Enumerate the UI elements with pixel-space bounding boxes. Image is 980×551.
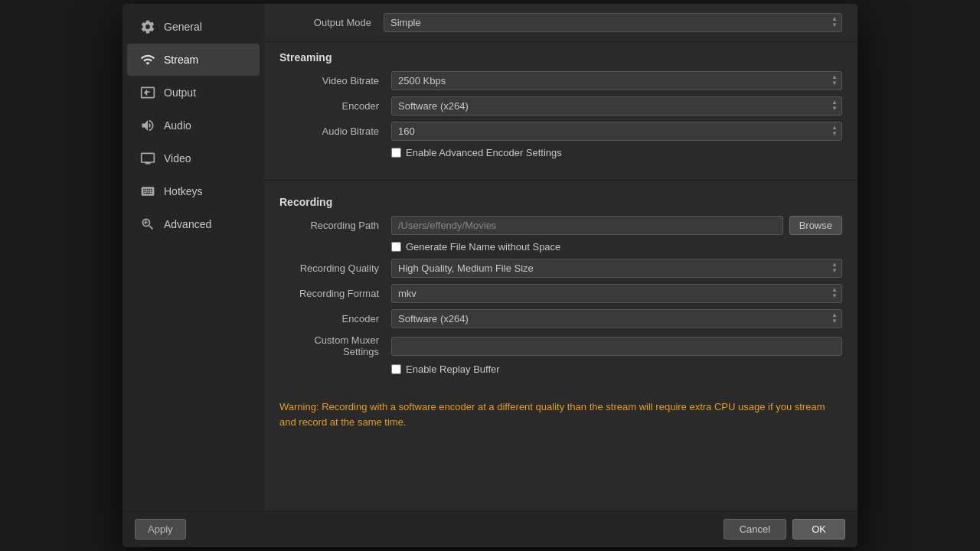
advanced-icon — [139, 216, 156, 233]
stream-icon — [139, 51, 156, 68]
output-mode-select[interactable]: Simple Advanced — [384, 13, 842, 32]
sidebar-item-output[interactable]: Output — [127, 77, 260, 109]
generate-filename-row: Generate File Name without Space — [391, 241, 842, 253]
streaming-section: Streaming Video Bitrate ▲▼ Encoder — [264, 42, 858, 174]
footer-right: Cancel OK — [724, 519, 845, 540]
sidebar-hotkeys-label: Hotkeys — [164, 185, 203, 197]
sidebar-stream-label: Stream — [164, 54, 198, 66]
recording-quality-select[interactable]: High Quality, Medium File Size — [391, 259, 842, 278]
streaming-section-title: Streaming — [279, 51, 842, 64]
recording-path-label: Recording Path — [279, 220, 379, 231]
recording-quality-control: High Quality, Medium File Size ▲▼ — [391, 259, 842, 278]
sidebar-item-audio[interactable]: Audio — [127, 109, 260, 142]
output-mode-label: Output Mode — [279, 17, 371, 28]
audio-bitrate-label: Audio Bitrate — [279, 126, 379, 137]
output-mode-select-wrapper: Simple Advanced ▲▼ — [384, 13, 842, 32]
output-mode-row: Output Mode Simple Advanced ▲▼ — [264, 4, 858, 42]
sidebar-item-general[interactable]: General — [127, 11, 260, 43]
recording-encoder-control: Software (x264) ▲▼ — [391, 309, 842, 328]
apply-button[interactable]: Apply — [135, 519, 186, 540]
recording-path-input[interactable] — [391, 216, 783, 235]
browse-button[interactable]: Browse — [789, 216, 842, 235]
settings-dialog: General Stream Output A — [122, 4, 858, 547]
recording-path-row: Recording Path Browse — [279, 216, 842, 235]
generate-filename-checkbox[interactable] — [391, 242, 401, 252]
section-divider-1 — [264, 180, 858, 181]
ok-button[interactable]: OK — [792, 519, 845, 540]
recording-encoder-select[interactable]: Software (x264) — [391, 309, 842, 328]
audio-bitrate-control: ▲▼ — [391, 122, 842, 141]
enable-advanced-encoder-row: Enable Advanced Encoder Settings — [391, 147, 842, 158]
custom-muxer-row: Custom Muxer Settings — [279, 334, 842, 357]
sidebar-output-label: Output — [164, 86, 196, 99]
video-bitrate-control: ▲▼ — [391, 71, 842, 90]
cancel-button[interactable]: Cancel — [724, 519, 786, 540]
video-icon — [139, 150, 156, 167]
gear-icon — [139, 18, 156, 35]
audio-bitrate-row: Audio Bitrate ▲▼ — [279, 122, 842, 141]
sidebar-item-hotkeys[interactable]: Hotkeys — [127, 175, 260, 207]
custom-muxer-input[interactable] — [391, 337, 842, 356]
dialog-body: General Stream Output A — [122, 4, 858, 510]
video-bitrate-label: Video Bitrate — [279, 75, 379, 86]
streaming-encoder-control: Software (x264) ▲▼ — [391, 96, 842, 116]
recording-section: Recording Recording Path Browse Generate… — [264, 187, 858, 390]
enable-advanced-encoder-checkbox[interactable] — [391, 148, 401, 158]
recording-quality-label: Recording Quality — [279, 262, 379, 274]
custom-muxer-control — [391, 337, 842, 356]
generate-filename-label: Generate File Name without Space — [406, 241, 560, 253]
warning-text: Warning: Recording with a software encod… — [279, 399, 842, 429]
streaming-encoder-row: Encoder Software (x264) ▲▼ — [279, 96, 842, 116]
video-bitrate-input[interactable] — [391, 71, 842, 90]
sidebar-audio-label: Audio — [164, 119, 191, 132]
streaming-encoder-select[interactable]: Software (x264) — [391, 96, 842, 116]
main-content: Output Mode Simple Advanced ▲▼ Streaming… — [264, 4, 858, 510]
recording-encoder-row: Encoder Software (x264) ▲▼ — [279, 309, 842, 328]
footer-left: Apply — [135, 519, 724, 540]
streaming-encoder-label: Encoder — [279, 100, 379, 112]
recording-quality-row: Recording Quality High Quality, Medium F… — [279, 259, 842, 278]
custom-muxer-label: Custom Muxer Settings — [279, 334, 379, 357]
audio-icon — [139, 117, 156, 134]
recording-format-row: Recording Format mkv ▲▼ — [279, 284, 842, 303]
enable-advanced-encoder-label: Enable Advanced Encoder Settings — [406, 147, 562, 158]
video-bitrate-row: Video Bitrate ▲▼ — [279, 71, 842, 90]
hotkeys-icon — [139, 183, 156, 200]
sidebar-video-label: Video — [164, 152, 191, 165]
sidebar-item-advanced[interactable]: Advanced — [127, 208, 260, 240]
sidebar-item-stream[interactable]: Stream — [127, 44, 260, 76]
sidebar: General Stream Output A — [122, 4, 264, 510]
enable-replay-buffer-row: Enable Replay Buffer — [391, 364, 842, 375]
dialog-footer: Apply Cancel OK — [122, 510, 858, 547]
sidebar-general-label: General — [164, 21, 202, 33]
enable-replay-buffer-checkbox[interactable] — [391, 364, 401, 374]
output-icon — [139, 84, 156, 101]
recording-path-control: Browse — [391, 216, 842, 235]
recording-format-select[interactable]: mkv — [391, 284, 842, 303]
sidebar-item-video[interactable]: Video — [127, 142, 260, 174]
enable-replay-buffer-label: Enable Replay Buffer — [406, 364, 500, 375]
recording-section-title: Recording — [279, 196, 842, 208]
recording-format-control: mkv ▲▼ — [391, 284, 842, 303]
sidebar-advanced-label: Advanced — [164, 218, 211, 230]
recording-format-label: Recording Format — [279, 288, 379, 299]
recording-encoder-label: Encoder — [279, 313, 379, 324]
audio-bitrate-input[interactable] — [391, 122, 842, 141]
